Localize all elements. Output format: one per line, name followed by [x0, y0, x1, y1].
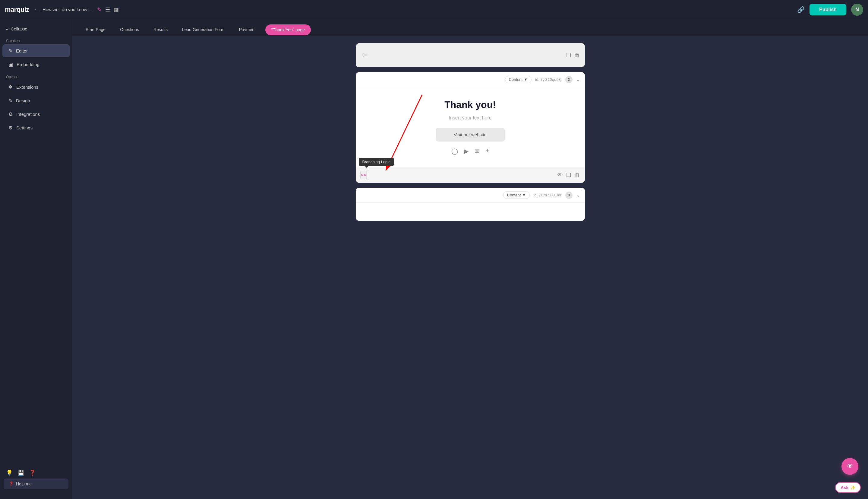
design-icon: ✎: [9, 98, 12, 104]
tab-results[interactable]: Results: [148, 24, 174, 36]
navbar: marquiz ← How well do you know ... ✎ ☰ ▩…: [0, 0, 868, 19]
embedding-label: Embedding: [16, 62, 39, 67]
thank-you-subtitle: Insert your text here: [362, 115, 579, 121]
publish-button[interactable]: Publish: [809, 4, 846, 15]
embedding-icon: ▣: [9, 62, 13, 67]
branch-logic-button-card2[interactable]: ⚯: [361, 171, 367, 179]
card3-id: id: 7Um71Xi1mr: [533, 193, 562, 197]
eye-icon-fab: 👁: [846, 462, 853, 470]
main-content: Start Page Questions Results Lead Genera…: [72, 19, 868, 499]
canvas-area: ⚩ ❏ 🗑 Content ▼ id: 7yG10qq08j 2 ⌄: [72, 36, 868, 499]
sidebar-item-editor[interactable]: ✎ Editor: [2, 44, 70, 57]
card-3: Content ▼ id: 7Um71Xi1mr 3 ⌄: [356, 188, 585, 221]
tab-lead-generation[interactable]: Lead Generation Form: [176, 24, 231, 36]
list-icon-button[interactable]: ☰: [105, 6, 110, 13]
link-icon[interactable]: 🔗: [797, 6, 805, 13]
sidebar-item-settings[interactable]: ⚙ Settings: [2, 121, 70, 134]
help-icon-button[interactable]: ❓: [29, 470, 36, 476]
tab-thank-you[interactable]: "Thank You" page: [265, 24, 311, 35]
telegram-icon[interactable]: ✉: [475, 147, 480, 155]
content-dropdown-arrow: ▼: [524, 77, 528, 82]
delete-button-card1[interactable]: 🗑: [575, 52, 580, 59]
copy-button-card2[interactable]: ❏: [566, 172, 571, 178]
collapse-button[interactable]: « Collapse: [0, 24, 72, 36]
card2-num: 2: [565, 76, 573, 83]
integrations-label: Integrations: [16, 112, 40, 117]
chart-icon-button[interactable]: ▩: [114, 6, 119, 13]
help-me-icon: ❓: [9, 482, 14, 486]
creation-section-label: Creation: [0, 36, 72, 44]
extensions-label: Extensions: [16, 84, 38, 89]
ai-sparkle-icon: ✨: [850, 485, 855, 490]
sidebar-item-extensions[interactable]: ❖ Extensions: [2, 81, 70, 94]
card2-footer: Branching Logic ⚯ 👁 ❏: [356, 167, 585, 183]
card3-num: 3: [565, 192, 573, 199]
options-section-label: Options: [0, 71, 72, 80]
editor-label: Editor: [16, 48, 28, 53]
add-social-icon[interactable]: +: [486, 147, 489, 155]
design-label: Design: [16, 98, 30, 103]
branch-icon-card1: ⚩: [356, 45, 374, 65]
tooltip-text: Branching Logic: [362, 160, 390, 164]
card-1: ⚩ ❏ 🗑: [356, 43, 585, 67]
sidebar-item-embedding[interactable]: ▣ Embedding: [2, 58, 70, 71]
tab-payment[interactable]: Payment: [233, 24, 262, 36]
settings-icon: ⚙: [9, 125, 13, 131]
nav-right: 🔗 Publish N: [797, 4, 863, 16]
app-body: « Collapse Creation ✎ Editor ▣ Embedding…: [0, 19, 868, 499]
fab-eye-button[interactable]: 👁: [842, 458, 858, 475]
extensions-icon: ❖: [9, 84, 13, 90]
app-logo: marquiz: [5, 6, 29, 14]
back-button[interactable]: ←: [34, 6, 40, 13]
eye-button-card2[interactable]: 👁: [557, 172, 563, 178]
collapse-icon: «: [6, 26, 9, 32]
tab-questions[interactable]: Questions: [114, 24, 145, 36]
instagram-icon[interactable]: ◯: [451, 147, 458, 155]
branching-logic-tooltip: Branching Logic: [359, 158, 394, 166]
sidebar-item-integrations[interactable]: ⚙ Integrations: [2, 108, 70, 121]
upload-icon-button[interactable]: 💾: [17, 470, 24, 476]
collapse-card2-button[interactable]: ⌄: [576, 77, 580, 82]
card2-header: Content ▼ id: 7yG10qq08j 2 ⌄: [356, 72, 585, 87]
delete-button-card2[interactable]: 🗑: [575, 172, 580, 178]
tab-bar: Start Page Questions Results Lead Genera…: [72, 19, 868, 36]
card2-footer-icons: 👁 ❏ 🗑: [557, 172, 580, 178]
content-label-card3: Content: [507, 193, 521, 197]
card-2: Content ▼ id: 7yG10qq08j 2 ⌄ Thank you! …: [356, 72, 585, 183]
card2-body: Thank you! Insert your text here Visit o…: [356, 87, 585, 167]
content-label-card2: Content: [509, 77, 523, 82]
thank-you-title: Thank you!: [362, 99, 579, 110]
copy-button-card1[interactable]: ❏: [566, 52, 571, 59]
help-me-button[interactable]: ❓ Help me: [4, 478, 68, 489]
edit-icon-button[interactable]: ✎: [97, 6, 102, 13]
content-dropdown-card2[interactable]: Content ▼: [505, 76, 531, 83]
social-icons: ◯ ▶ ✉ +: [362, 147, 579, 155]
quiz-title: How well do you know ...: [42, 7, 92, 12]
card3-header: Content ▼ id: 7Um71Xi1mr 3 ⌄: [356, 188, 585, 203]
help-me-label: Help me: [16, 482, 32, 486]
ask-label: Ask: [841, 485, 848, 490]
visit-website-button[interactable]: Visit our website: [436, 128, 505, 142]
tab-start-page[interactable]: Start Page: [79, 24, 112, 36]
nav-icons: ✎ ☰ ▩: [97, 6, 119, 13]
settings-label: Settings: [16, 125, 33, 130]
content-dropdown-arrow-card3: ▼: [522, 193, 526, 197]
sidebar: « Collapse Creation ✎ Editor ▣ Embedding…: [0, 19, 72, 499]
sidebar-item-design[interactable]: ✎ Design: [2, 94, 70, 107]
bulb-icon-button[interactable]: 💡: [6, 470, 13, 476]
collapse-card3-button[interactable]: ⌄: [576, 192, 580, 198]
content-dropdown-card3[interactable]: Content ▼: [503, 191, 530, 199]
integrations-icon: ⚙: [9, 111, 13, 117]
youtube-icon[interactable]: ▶: [464, 147, 468, 155]
editor-icon: ✎: [9, 48, 12, 54]
user-avatar: N: [851, 4, 863, 16]
card2-id: id: 7yG10qq08j: [535, 77, 562, 82]
collapse-label: Collapse: [11, 26, 27, 32]
ask-ai-button[interactable]: Ask ✨: [835, 482, 861, 493]
